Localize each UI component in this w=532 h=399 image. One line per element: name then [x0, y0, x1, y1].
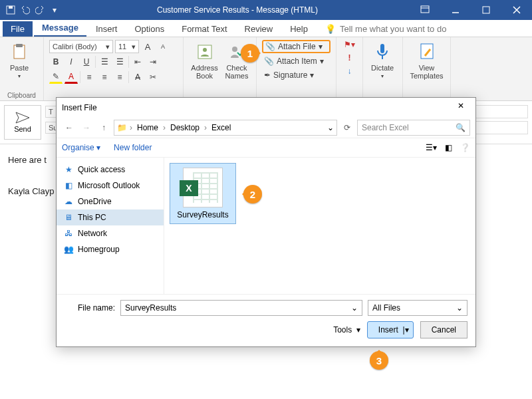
- nav-outlook[interactable]: ◧Microsoft Outlook: [57, 178, 164, 194]
- filename-label: File name:: [65, 303, 115, 313]
- lightbulb-icon: 💡: [325, 24, 336, 34]
- bullets-icon[interactable]: ☰: [98, 55, 111, 68]
- attach-item-button[interactable]: 📎 Attach Item ▾: [262, 55, 331, 67]
- folder-icon: 📁: [117, 123, 127, 132]
- file-area[interactable]: X SurveyResults: [164, 158, 475, 294]
- help-icon[interactable]: ❔: [460, 143, 470, 152]
- font-name-combo[interactable]: Calibri (Body)▾: [49, 40, 113, 53]
- insert-file-dialog: Insert File ✕ ← → ↑ 📁› Home› Desktop› Ex…: [56, 97, 476, 347]
- indent-icon[interactable]: ⇥: [146, 55, 160, 68]
- ribbon-options-icon[interactable]: [410, 0, 440, 20]
- svg-rect-5: [16, 44, 23, 47]
- view-templates-button[interactable]: View Templates: [408, 40, 445, 81]
- callout-2: 2: [243, 185, 262, 203]
- tab-insert[interactable]: Insert: [88, 21, 126, 37]
- cancel-button[interactable]: Cancel: [420, 321, 467, 338]
- svg-rect-10: [421, 44, 433, 59]
- attach-item-icon: 📎: [264, 57, 274, 66]
- align-right-icon[interactable]: ≡: [113, 70, 126, 84]
- refresh-icon[interactable]: ⟳: [340, 120, 354, 135]
- dialog-close-icon[interactable]: ✕: [452, 101, 470, 114]
- signature-button[interactable]: ✒ Signature ▾: [262, 69, 331, 81]
- insert-button[interactable]: Insert |▾: [367, 321, 414, 338]
- crumb-desktop[interactable]: Desktop: [168, 123, 201, 132]
- grow-font-icon[interactable]: A: [141, 40, 154, 53]
- view-mode-icon[interactable]: ☰▾: [426, 143, 437, 152]
- nav-tree: ★Quick access ◧Microsoft Outlook ☁OneDri…: [57, 158, 164, 294]
- filter-select[interactable]: All Files⌄: [368, 300, 467, 316]
- tab-format-text[interactable]: Format Text: [174, 21, 235, 37]
- nav-homegroup[interactable]: 👥Homegroup: [57, 241, 164, 257]
- nav-up-icon[interactable]: ↑: [96, 120, 111, 135]
- highlight-icon[interactable]: ✎: [49, 70, 63, 84]
- nav-onedrive[interactable]: ☁OneDrive: [57, 194, 164, 209]
- font-size-combo[interactable]: 11▾: [115, 40, 139, 53]
- search-box[interactable]: Search Excel 🔍: [357, 120, 470, 136]
- svg-rect-9: [380, 44, 384, 53]
- undo-icon[interactable]: [20, 5, 31, 15]
- file-surveyresults[interactable]: X SurveyResults: [170, 163, 236, 224]
- ribbon: Paste ▾ Clipboard Calibri (Body)▾ 11▾ A …: [0, 37, 532, 101]
- file-label: SurveyResults: [177, 210, 228, 219]
- nav-forward-icon[interactable]: →: [79, 120, 94, 135]
- svg-rect-2: [421, 6, 429, 13]
- tab-review[interactable]: Review: [237, 21, 281, 37]
- outdent-icon[interactable]: ⇤: [131, 55, 144, 68]
- clear-format-icon[interactable]: A̶: [131, 70, 144, 84]
- new-folder-button[interactable]: New folder: [114, 143, 152, 152]
- tab-message[interactable]: Message: [34, 20, 86, 37]
- address-book-button[interactable]: Address Book: [189, 40, 220, 81]
- paste-button[interactable]: Paste ▾: [5, 40, 33, 80]
- nav-back-icon[interactable]: ←: [62, 120, 76, 135]
- ribbon-tabs: File Message Insert Options Format Text …: [0, 20, 532, 37]
- excel-file-icon: X: [183, 168, 223, 207]
- organise-button[interactable]: Organise ▾: [62, 143, 100, 152]
- send-button[interactable]: Send: [4, 105, 41, 140]
- breadcrumb-dropdown-icon[interactable]: ⌄: [327, 123, 334, 132]
- redo-icon[interactable]: [35, 5, 45, 15]
- signature-icon: ✒: [264, 70, 271, 80]
- format-painter-icon[interactable]: ✂: [146, 70, 160, 84]
- tell-me-label: Tell me what you want to do: [340, 24, 446, 34]
- group-clipboard-label: Clipboard: [5, 92, 38, 99]
- crumb-excel[interactable]: Excel: [209, 123, 233, 132]
- tab-file[interactable]: File: [3, 21, 33, 37]
- nav-network[interactable]: 🖧Network: [57, 225, 164, 241]
- save-icon[interactable]: [5, 5, 16, 15]
- bold-button[interactable]: B: [49, 55, 63, 68]
- nav-quick-access[interactable]: ★Quick access: [57, 162, 164, 178]
- minimize-icon[interactable]: [440, 0, 471, 20]
- align-left-icon[interactable]: ≡: [82, 70, 96, 84]
- dialog-title: Insert File: [62, 103, 97, 112]
- address-bar[interactable]: 📁› Home› Desktop› Excel ⌄: [114, 120, 337, 136]
- tools-button[interactable]: Tools ▾: [333, 325, 360, 334]
- filename-input[interactable]: SurveyResults⌄: [120, 300, 362, 316]
- underline-button[interactable]: U: [80, 55, 93, 68]
- attach-file-button[interactable]: 📎 Attach File ▾: [262, 40, 331, 53]
- title-bar: ▾ Customer Service Results - Message (HT…: [0, 0, 532, 20]
- dictate-button[interactable]: Dictate▾: [368, 40, 396, 80]
- callout-1: 1: [241, 44, 259, 63]
- tab-options[interactable]: Options: [126, 21, 172, 37]
- close-icon[interactable]: [501, 0, 532, 20]
- crumb-home[interactable]: Home: [135, 123, 160, 132]
- preview-pane-icon[interactable]: ◧: [445, 143, 452, 152]
- flag-icon[interactable]: ⚑▾: [344, 40, 355, 49]
- tab-help[interactable]: Help: [282, 21, 316, 37]
- pc-icon: 🖥: [63, 212, 74, 223]
- font-color-icon[interactable]: A: [65, 70, 78, 84]
- italic-button[interactable]: I: [65, 55, 78, 68]
- tell-me[interactable]: 💡 Tell me what you want to do: [325, 21, 446, 37]
- nav-this-pc[interactable]: 🖥This PC: [57, 209, 164, 225]
- shrink-font-icon[interactable]: A: [156, 40, 170, 53]
- svg-point-8: [232, 47, 237, 52]
- callout-3: 3: [370, 351, 388, 370]
- svg-point-7: [203, 48, 207, 52]
- importance-high-icon[interactable]: !: [348, 53, 351, 63]
- importance-low-icon[interactable]: ↓: [348, 66, 352, 76]
- homegroup-icon: 👥: [63, 244, 74, 255]
- maximize-icon[interactable]: [471, 0, 501, 20]
- numbering-icon[interactable]: ☰: [113, 55, 126, 68]
- align-center-icon[interactable]: ≡: [98, 70, 111, 84]
- qat-dropdown-icon[interactable]: ▾: [49, 5, 60, 15]
